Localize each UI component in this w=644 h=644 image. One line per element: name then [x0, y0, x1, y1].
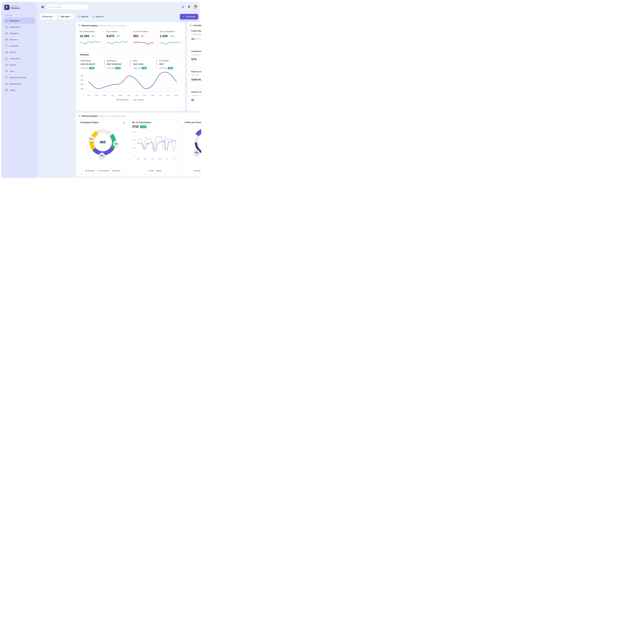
svg-text:Jul: Jul: [135, 94, 138, 96]
svg-text:200: 200: [133, 147, 136, 149]
user-avatar[interactable]: [193, 5, 198, 9]
kpi-value: 12,350: [80, 34, 89, 38]
svg-text:Wed: Wed: [158, 158, 161, 160]
traffic-per-channel-card: Traffic per Channel 85 Score 40%30%20% R…: [182, 119, 201, 174]
revenue-stat: Net RevenueSAR 20,000,00+ SAR 2,154↑ 2.6…: [104, 60, 130, 69]
main-area: All Branches ▼ This week ▼ Filterable Re…: [37, 2, 200, 178]
live-card-value: SAR 54,320: [191, 78, 201, 81]
edit-widgets-button[interactable]: Edit Widgets: [180, 14, 198, 19]
live-card-subtitle: 742 orders · +8% vs yesterday: [191, 74, 201, 76]
roles-icon: [5, 76, 8, 79]
transactions-delta-badge: ↑ 2.6%: [140, 125, 147, 128]
kpi-value: 1,430: [160, 34, 168, 38]
filtered-analytics-panel-2: Filtered Analytics Filtered by: This wee…: [76, 113, 201, 177]
stat-sub-row: + SAR 2,154↑ 2.6%: [81, 67, 104, 69]
compliance-total: 965: [100, 140, 106, 144]
card-title: Traffic per Channel: [185, 121, 201, 124]
brand-company: reachware®: [11, 5, 20, 7]
sidebar-item-users[interactable]: Users›: [3, 68, 35, 74]
svg-text:Oct: Oct: [159, 94, 162, 96]
sidebar-item-dashboard[interactable]: Dashboard›: [3, 18, 35, 24]
compliance-status-card: Compliance Status 965 25%40%35% Reported…: [78, 119, 128, 174]
organizations-icon: [5, 26, 8, 28]
kpi-value-row: 1,430+12%: [160, 34, 181, 38]
svg-text:Mon: Mon: [144, 158, 147, 160]
search-box: [47, 4, 88, 10]
kpi-title: No. of Inovices: [107, 31, 128, 32]
hamburger-menu-icon[interactable]: [41, 6, 44, 8]
branch-filter-dropdown[interactable]: All Branches ▼: [40, 14, 57, 19]
revenue-stats-row: Total RevenueSAR 25,450,00+ SAR 2,154↑ 2…: [78, 58, 183, 70]
transactions-legend: B2BB2C: [130, 170, 180, 172]
period-filter-value: This week: [60, 16, 69, 18]
theme-toggle-sun-icon[interactable]: [181, 5, 185, 9]
customers-icon: [5, 45, 8, 47]
chevron-right-icon: ›: [33, 70, 33, 72]
sparkline-chart: [80, 39, 101, 45]
chevron-right-icon: ›: [33, 57, 33, 60]
sidebar-item-transactions[interactable]: Transactions›: [3, 55, 35, 62]
stat-value: SAR 25,450,00: [81, 63, 104, 65]
section-subtitle: Filtered by: This week • All branches: [99, 115, 126, 117]
settings-icon: [5, 89, 8, 91]
filterable-button[interactable]: Filterable: [78, 16, 89, 18]
transactions-line-chart: 0200400600SunMonTueWedThuFri: [132, 129, 178, 162]
live-card-subtitle: 3 warnings · 0 critical errors: [191, 54, 201, 56]
sidebar-item-customers[interactable]: Customers›: [3, 43, 35, 49]
sidebar-item-exported-files[interactable]: Exported Files›: [3, 81, 35, 87]
topbar: [39, 2, 198, 12]
legend-item: Revel: [194, 170, 200, 172]
live-card-value: 97%: [191, 58, 197, 61]
legend-item: B2B: [148, 170, 154, 172]
sidebar-item-branches[interactable]: Branches›: [3, 36, 35, 43]
live-card-metric-row: 97%: [191, 58, 201, 61]
period-filter-dropdown[interactable]: This week ▼: [59, 14, 74, 19]
svg-text:May: May: [119, 94, 122, 96]
legend-label: No. of orders: [134, 99, 144, 101]
sidebar-item-roles-permissions[interactable]: Roles & Permissions›: [3, 74, 35, 81]
sidebar-item-label: Users: [9, 70, 14, 72]
sidebar-item-setting[interactable]: Setting›: [3, 87, 35, 93]
legend-label: B2B: [150, 170, 154, 172]
stat-value: SAR 2,450: [133, 63, 157, 65]
sidebar-item-label: Customers: [9, 45, 18, 47]
sidebar-item-reports[interactable]: Reports›: [3, 62, 35, 68]
legend-label: B2C: [158, 170, 162, 172]
funnel-icon: [78, 16, 80, 18]
brand-name: Fatoora: [11, 7, 20, 10]
stat-value: 4527: [159, 63, 183, 65]
clock-icon: [92, 16, 95, 18]
svg-text:Apr: Apr: [111, 94, 114, 96]
sidebar-item-devices[interactable]: Devices›: [3, 49, 35, 55]
stat-value: SAR 20,000,00: [107, 63, 130, 65]
sidebar-item-label: Roles & Permissions: [9, 77, 27, 79]
donut-percent-badge: 35%: [88, 136, 94, 142]
realtime-label: Real-time: [96, 16, 104, 18]
chevron-right-icon: ›: [33, 20, 33, 22]
svg-text:150: 150: [81, 88, 83, 90]
live-data-title: Live Data: [193, 24, 201, 27]
sidebar-item-companies[interactable]: Companies›: [3, 30, 35, 36]
chevron-right-icon: ›: [33, 83, 33, 85]
kpi-card: No. of Transactions12,350+8%: [78, 29, 103, 49]
svg-text:0: 0: [135, 155, 135, 157]
donut-percent-badge: 25%: [113, 141, 119, 147]
transactions-icon: [5, 57, 8, 60]
search-input[interactable]: [52, 6, 87, 8]
brand: F reachware® Fatoora: [3, 5, 35, 10]
sidebar-item-label: Reports: [9, 64, 16, 66]
kebab-menu-icon[interactable]: [175, 121, 178, 124]
external-link-icon[interactable]: [123, 121, 125, 124]
sidebar-item-organizations[interactable]: Organizations›: [3, 24, 35, 30]
legend-label: Net Revenue: [119, 99, 129, 101]
legend-item: Net Revenue: [117, 99, 129, 101]
revenue-card: Revenue Total RevenueSAR 25,450,00+ SAR …: [78, 52, 183, 109]
legend-label: Reported: [88, 170, 94, 172]
svg-text:Sep: Sep: [151, 94, 154, 96]
stat-sub-amount: + SAR 2,154: [107, 67, 115, 69]
brand-logo-icon: F: [4, 5, 10, 10]
live-card-title: Failed Requests: [191, 30, 201, 32]
sidebar-item-label: Setting: [9, 89, 15, 91]
notifications-bell-icon[interactable]: [187, 5, 191, 9]
stat-sub-row: + SAR 2,154↑ 2.6%: [107, 67, 130, 69]
